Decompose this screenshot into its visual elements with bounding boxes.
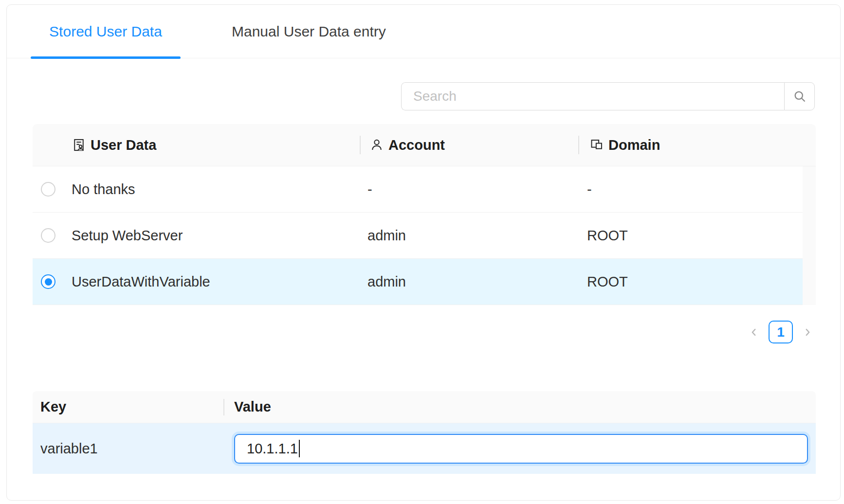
current-page-label: 1 (777, 324, 785, 340)
header-divider (578, 136, 579, 154)
active-tab-indicator (31, 56, 181, 59)
header-divider (360, 136, 361, 154)
column-header-value: Value (223, 399, 816, 415)
variable-value-cell: 10.1.1.1 (223, 434, 816, 464)
column-label-user-data: User Data (91, 137, 156, 153)
cell-account: admin (367, 274, 406, 290)
variable-value-input[interactable]: 10.1.1.1 (234, 434, 808, 464)
chevron-right-icon (802, 327, 813, 338)
search-button[interactable] (784, 82, 815, 110)
table-body: No thanks - - Setup WebServer admin ROOT… (33, 166, 816, 305)
document-user-icon (72, 138, 86, 152)
tab-manual-user-data-entry[interactable]: Manual User Data entry (232, 5, 386, 58)
table-row-userdatawithvariable[interactable]: UserDataWithVariable admin ROOT (33, 259, 803, 305)
page-number-button[interactable]: 1 (769, 321, 793, 343)
cell-domain: ROOT (587, 228, 628, 244)
variable-row: variable1 10.1.1.1 (33, 423, 816, 474)
table-header: User Data Account Domain (33, 124, 816, 166)
scrollbar-track[interactable] (803, 166, 816, 305)
chevron-left-icon (749, 327, 759, 338)
column-label-account: Account (388, 137, 445, 153)
tab-manual-user-data-entry-label: Manual User Data entry (232, 23, 386, 40)
header-divider (223, 399, 224, 415)
cell-user-data: Setup WebServer (72, 228, 183, 244)
variable-value-text: 10.1.1.1 (247, 441, 298, 457)
cell-user-data: No thanks (72, 181, 135, 198)
user-data-table: User Data Account Domain (33, 124, 816, 305)
column-label-domain: Domain (608, 137, 660, 153)
variables-table-header: Key Value (33, 391, 816, 423)
table-row-setup-webserver[interactable]: Setup WebServer admin ROOT (33, 213, 803, 259)
column-header-user-data: User Data (64, 137, 360, 153)
text-cursor (299, 440, 300, 457)
user-data-panel: Stored User Data Manual User Data entry (6, 4, 841, 501)
tab-stored-user-data-label: Stored User Data (49, 23, 162, 40)
previous-page-button[interactable] (744, 321, 764, 343)
tab-bar: Stored User Data Manual User Data entry (7, 5, 840, 58)
cell-domain: ROOT (587, 274, 628, 290)
radio-button[interactable] (41, 182, 55, 197)
overlapping-squares-icon (590, 138, 604, 152)
pagination: 1 (744, 321, 817, 343)
tab-stored-user-data[interactable]: Stored User Data (31, 5, 181, 58)
variables-table: Key Value variable1 10.1.1.1 (33, 391, 816, 474)
column-header-domain: Domain (578, 137, 816, 153)
cell-domain: - (587, 181, 592, 198)
search-bar (401, 82, 815, 110)
table-row-no-thanks[interactable]: No thanks - - (33, 166, 803, 213)
variable-key-label: variable1 (33, 441, 223, 457)
radio-button-selected[interactable] (41, 274, 55, 289)
column-header-account: Account (360, 137, 578, 153)
cell-user-data: UserDataWithVariable (72, 274, 210, 290)
column-header-key: Key (33, 399, 223, 415)
search-input[interactable] (401, 82, 784, 110)
cell-account: admin (367, 228, 406, 244)
next-page-button[interactable] (798, 321, 817, 343)
cell-account: - (367, 181, 372, 198)
person-icon (370, 138, 384, 152)
radio-button[interactable] (41, 228, 55, 243)
magnifier-icon (793, 90, 807, 103)
